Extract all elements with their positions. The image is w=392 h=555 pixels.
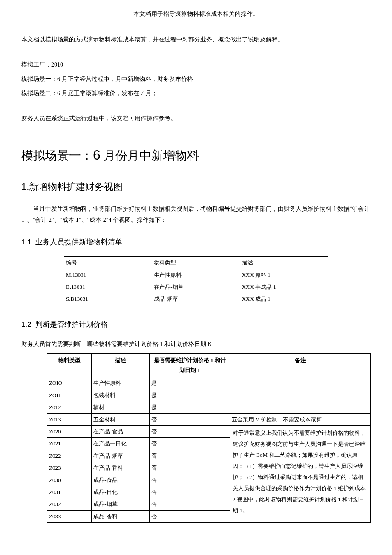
heading1-suffix: 月份月中新增物料 [101, 149, 199, 162]
heading3-1-num: 1.1 [21, 238, 32, 246]
sim-scenario-1: 模拟场景一：6 月正常经营过程中，月中新增物料，财务发布价格； [21, 74, 371, 84]
cell: M.13031 [64, 269, 152, 281]
cell: B.13031 [64, 281, 152, 293]
table2-header-2: 是否需要维护计划价格 1 和计划日期 1 [150, 353, 230, 377]
cell: 在产品-香料 [92, 462, 150, 474]
table-row: S.B13031 成品-烟草 XXX 成品 1 [64, 293, 328, 305]
table-row: ZOIO 生产性原料 是 [47, 377, 371, 389]
table-row: Z020 在产品-食品 否 对于通常意义上我们认为不需要维护计划价格的物料，建议… [47, 425, 371, 437]
section-1-2-body: 财务人员首先需要判断，哪些物料需要维护计划价格 1 和计划价格日期 K [21, 339, 371, 349]
cell: 否 [150, 510, 230, 522]
cell: 成品-香料 [92, 510, 150, 522]
heading-section-1-2: 1.2 判断是否维护计划价格 [21, 318, 371, 331]
cell: 否 [150, 498, 230, 510]
heading1-num: 6 [93, 147, 101, 163]
cell: ZOII [47, 389, 92, 401]
cell: 否 [150, 413, 230, 425]
table1-header-0: 编号 [64, 257, 152, 269]
table-row: Z012 辅材 是 [47, 401, 371, 413]
table-header-row: 物料类型 描述 是否需要维护计划价格 1 和计划日期 1 备注 [47, 353, 371, 377]
heading-section-1-1: 1.1 业务人员提供新增物料清单: [21, 236, 371, 249]
cell: S.B13031 [64, 293, 152, 305]
cell: 成品-烟草 [152, 293, 240, 305]
sim-factory-value: 2010 [51, 61, 63, 68]
cell: 辅材 [92, 401, 150, 413]
heading-scenario-1: 模拟场景一：6 月份月中新增物料 [21, 143, 371, 168]
sim-factory-label: 模拟工厂： [21, 61, 51, 68]
cell: 否 [150, 474, 230, 486]
table-row: M.13031 生产性原料 XXX 原料 1 [64, 269, 328, 281]
cell [230, 389, 371, 401]
sim-factory-line: 模拟工厂：2010 [21, 59, 371, 70]
section-1-body: 当月中发生新增物料，业务部门维护好物料主数据相关视图后，将物料编号提交给财务部门… [21, 203, 371, 225]
table2-header-0: 物料类型 [47, 353, 92, 377]
heading2-text: 新增物料扩建财务视图 [29, 181, 123, 192]
cell: Z020 [47, 425, 92, 437]
heading2-num: 1. [21, 181, 29, 192]
cell: 在产品-食品 [92, 425, 150, 437]
table1-header-1: 物料类型 [152, 257, 240, 269]
cell: Z021 [47, 438, 92, 450]
table1-header-2: 描述 [240, 257, 328, 269]
cell: 在产品-烟草 [152, 281, 240, 293]
cell: 否 [150, 462, 230, 474]
table-row: ZOII 包装材料 是 [47, 389, 371, 401]
cell: 是 [150, 401, 230, 413]
table2-header-1: 描述 [92, 353, 150, 377]
cell: XXX 成品 1 [240, 293, 328, 305]
table-row: Z013 五金材料 否 五金采用 V 价控制，不需要成本滚算 [47, 413, 371, 425]
heading3-2-num: 1.2 [21, 320, 32, 328]
cell: Z032 [47, 498, 92, 510]
cell: 生产性原料 [92, 377, 150, 389]
cell: 成品-烟草 [92, 498, 150, 510]
cell: Z033 [47, 510, 92, 522]
cell: 在产品一日化 [92, 438, 150, 450]
heading1-prefix: 模拟场景一： [21, 149, 93, 162]
table2-header-3: 备注 [230, 353, 371, 377]
cell: ZOIO [47, 377, 92, 389]
heading3-2-text: 判断是否维护计划价格 [35, 320, 108, 328]
material-list-table: 编号 物料类型 描述 M.13031 生产性原料 XXX 原料 1 B.1303… [64, 256, 328, 305]
intro-paragraph: 本文档以模拟场景的方式演示物料标准成本滚算，并在过程中对部分业务、概念做出了说明… [21, 34, 371, 45]
cell: Z030 [47, 474, 92, 486]
heading3-1-text: 业务人员提供新增物料清单: [35, 238, 124, 246]
cell: Z031 [47, 486, 92, 498]
sim-scenario-2: 模拟场景二：6 月底正常滚算标准价，发布在 7 月； [21, 88, 371, 99]
cell: Z022 [47, 450, 92, 462]
cell: Z023 [47, 462, 92, 474]
cell: 否 [150, 425, 230, 437]
cell: 五金采用 V 价控制，不需要成本滚算 [230, 413, 371, 425]
document-title: 本文档用于指导滚算物料标准成本相关的操作。 [21, 9, 371, 19]
cell: 是 [150, 377, 230, 389]
cell: 成品-食品 [92, 474, 150, 486]
cell: Z012 [47, 401, 92, 413]
cell: 否 [150, 486, 230, 498]
cell: 否 [150, 450, 230, 462]
cell: Z013 [47, 413, 92, 425]
cell: 五金材料 [92, 413, 150, 425]
cell: 生产性原料 [152, 269, 240, 281]
cell: 在产品-烟草 [92, 450, 150, 462]
cell [230, 377, 371, 389]
table-header-row: 编号 物料类型 描述 [64, 257, 328, 269]
plan-price-table: 物料类型 描述 是否需要维护计划价格 1 和计划日期 1 备注 ZOIO 生产性… [47, 353, 371, 523]
merged-note-cell: 对于通常意义上我们认为不需要维护计划价格的物料，建议扩充财务视图之前与生产人员沟… [230, 425, 371, 522]
cell: 是 [150, 389, 230, 401]
cell: XXX 原料 1 [240, 269, 328, 281]
finance-note: 财务人员在系统正式运行过程中，该文档可用作操作参考。 [21, 113, 371, 124]
heading-section-1: 1.新增物料扩建财务视图 [21, 178, 371, 195]
table-row: B.13031 在产品-烟草 XXX 半成品 1 [64, 281, 328, 293]
cell: 包装材料 [92, 389, 150, 401]
cell [230, 401, 371, 413]
cell: 否 [150, 438, 230, 450]
cell: 成品-日化 [92, 486, 150, 498]
cell: XXX 半成品 1 [240, 281, 328, 293]
